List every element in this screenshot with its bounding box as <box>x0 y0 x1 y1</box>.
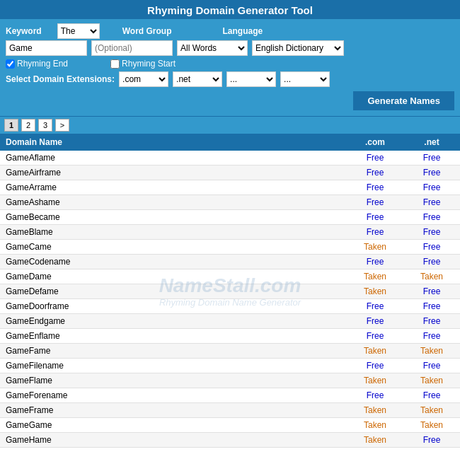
wordgroup-label: Word Group <box>122 26 172 36</box>
domain-name-cell: GameHame <box>0 433 347 448</box>
net-status-cell[interactable]: Free <box>403 299 460 314</box>
table-row: GameFlameTakenTaken <box>0 373 460 388</box>
domain-name-cell: GameEndgame <box>0 314 347 329</box>
domain-name-cell: GameFlame <box>0 373 347 388</box>
results-container: NameStall.com Rhyming Domain Name Genera… <box>0 134 460 448</box>
rhyming-end-checkbox-label[interactable]: Rhyming End <box>6 59 68 69</box>
ext4-select[interactable]: ... <box>280 71 330 87</box>
keyword-label: Keyword <box>6 26 42 36</box>
rhyming-end-checkbox[interactable] <box>6 59 15 69</box>
language-label: Language <box>222 26 263 36</box>
net-status-cell[interactable]: Free <box>403 195 460 210</box>
domain-name-cell: GameEnflame <box>0 329 347 344</box>
controls-panel: Keyword The Word Group Language All Word… <box>0 19 460 116</box>
net-status-cell[interactable]: Free <box>403 255 460 269</box>
domain-name-cell: GameGame <box>0 418 347 433</box>
rhyming-start-checkbox[interactable] <box>110 59 120 69</box>
domain-name-cell: GameCame <box>0 240 347 255</box>
com-status-cell[interactable]: Free <box>347 388 403 403</box>
com-status-cell[interactable]: Free <box>347 151 403 166</box>
net-status-cell[interactable]: Free <box>403 388 460 403</box>
table-row: GameAshameFreeFree <box>0 195 460 210</box>
table-row: GameFameTakenTaken <box>0 344 460 359</box>
ext1-select[interactable]: .com <box>119 71 168 87</box>
com-status-cell[interactable]: Taken <box>347 284 403 299</box>
domain-name-cell: GameForename <box>0 388 347 403</box>
net-status-cell[interactable]: Free <box>403 329 460 344</box>
com-status-cell[interactable]: Free <box>347 359 403 373</box>
generate-button[interactable]: Generate Names <box>353 91 454 110</box>
rhyming-start-checkbox-label[interactable]: Rhyming Start <box>110 59 176 69</box>
table-row: GameForenameFreeFree <box>0 388 460 403</box>
domain-name-cell: GameCodename <box>0 255 347 269</box>
wordgroup-select[interactable]: All Words The <box>177 40 248 56</box>
page-next-button[interactable]: > <box>55 119 69 132</box>
domain-name-cell: GameFilename <box>0 359 347 373</box>
net-status-cell[interactable]: Taken <box>403 344 460 359</box>
com-status-cell[interactable]: Free <box>347 195 403 210</box>
com-status-cell[interactable]: Free <box>347 299 403 314</box>
domain-ext-label: Select Domain Extensions: <box>6 74 115 84</box>
domain-name-cell: GameBlame <box>0 225 347 240</box>
net-status-cell[interactable]: Free <box>403 151 460 166</box>
com-status-cell[interactable]: Free <box>347 329 403 344</box>
net-status-cell[interactable]: Free <box>403 433 460 448</box>
net-status-cell[interactable]: Free <box>403 314 460 329</box>
domain-name-cell: GameDame <box>0 269 347 284</box>
col-com-header: .com <box>347 134 403 151</box>
language-select[interactable]: English Dictionary <box>252 40 344 56</box>
com-status-cell[interactable]: Free <box>347 225 403 240</box>
net-status-cell[interactable]: Free <box>403 166 460 180</box>
net-status-cell[interactable]: Taken <box>403 373 460 388</box>
domain-name-cell: GameAshame <box>0 195 347 210</box>
table-row: GameBlameFreeFree <box>0 225 460 240</box>
com-status-cell[interactable]: Taken <box>347 373 403 388</box>
pagination-bar: 1 2 3 > <box>0 116 460 134</box>
optional-input[interactable] <box>91 40 173 56</box>
com-status-cell[interactable]: Taken <box>347 403 403 418</box>
net-status-cell[interactable]: Free <box>403 180 460 195</box>
domain-name-cell: GameBecame <box>0 210 347 225</box>
table-row: GameArrameFreeFree <box>0 180 460 195</box>
table-row: GameFilenameFreeFree <box>0 359 460 373</box>
com-status-cell[interactable]: Taken <box>347 240 403 255</box>
net-status-cell[interactable]: Free <box>403 359 460 373</box>
net-status-cell[interactable]: Taken <box>403 418 460 433</box>
com-status-cell[interactable]: Free <box>347 314 403 329</box>
com-status-cell[interactable]: Taken <box>347 418 403 433</box>
domain-name-cell: GameFrame <box>0 403 347 418</box>
domain-name-cell: GameDoorframe <box>0 299 347 314</box>
net-status-cell[interactable]: Taken <box>403 269 460 284</box>
domain-name-cell: GameFame <box>0 344 347 359</box>
the-select[interactable]: The <box>57 23 100 39</box>
page-2-button[interactable]: 2 <box>21 119 35 132</box>
net-status-cell[interactable]: Taken <box>403 403 460 418</box>
net-status-cell[interactable]: Free <box>403 210 460 225</box>
keyword-input[interactable] <box>6 40 87 56</box>
com-status-cell[interactable]: Free <box>347 255 403 269</box>
table-row: GameGameTakenTaken <box>0 418 460 433</box>
com-status-cell[interactable]: Free <box>347 180 403 195</box>
table-row: GameEndgameFreeFree <box>0 314 460 329</box>
ext3-select[interactable]: ... <box>226 71 276 87</box>
com-status-cell[interactable]: Free <box>347 166 403 180</box>
table-row: GameCameTakenFree <box>0 240 460 255</box>
page-title: Rhyming Domain Generator Tool <box>0 0 460 19</box>
com-status-cell[interactable]: Taken <box>347 269 403 284</box>
com-status-cell[interactable]: Taken <box>347 344 403 359</box>
table-row: GameBecameFreeFree <box>0 210 460 225</box>
col-domain-header: Domain Name <box>0 134 347 151</box>
domain-name-cell: GameAflame <box>0 151 347 166</box>
table-row: GameFrameTakenTaken <box>0 403 460 418</box>
table-row: GameAirframeFreeFree <box>0 166 460 180</box>
domain-name-cell: GameAirframe <box>0 166 347 180</box>
net-status-cell[interactable]: Free <box>403 284 460 299</box>
page-3-button[interactable]: 3 <box>38 119 52 132</box>
net-status-cell[interactable]: Free <box>403 225 460 240</box>
ext2-select[interactable]: .net <box>173 71 222 87</box>
net-status-cell[interactable]: Free <box>403 240 460 255</box>
page-1-button[interactable]: 1 <box>4 119 18 132</box>
table-row: GameDefameTakenFree <box>0 284 460 299</box>
com-status-cell[interactable]: Taken <box>347 433 403 448</box>
com-status-cell[interactable]: Free <box>347 210 403 225</box>
